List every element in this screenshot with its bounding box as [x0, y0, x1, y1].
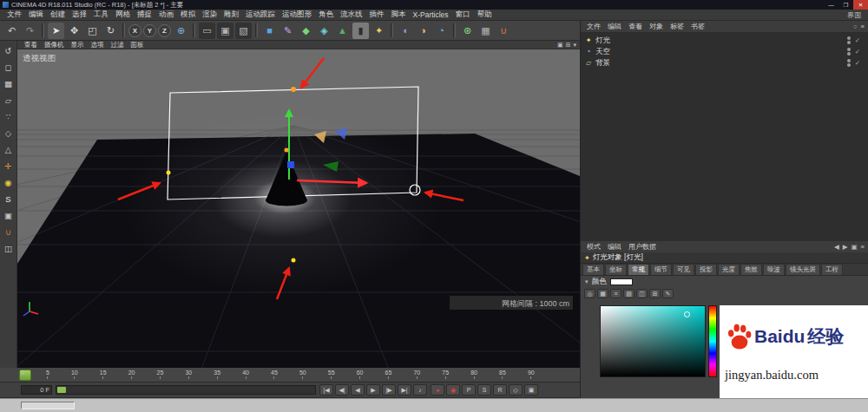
mograph-icon[interactable]: ⊛: [459, 23, 476, 39]
attribute-tab[interactable]: 可见: [673, 264, 694, 275]
attribute-tab[interactable]: 光度: [718, 264, 740, 275]
edges-mode-icon[interactable]: ◇: [2, 127, 16, 140]
attribute-tab[interactable]: 基本: [582, 264, 604, 275]
cone-apex-handle[interactable]: [285, 148, 289, 153]
timeline-tick[interactable]: 45: [271, 369, 278, 379]
object-manager-menu-item[interactable]: 标签: [667, 22, 687, 31]
undo-icon[interactable]: ↶: [3, 23, 20, 39]
attribute-tab[interactable]: 工程: [821, 264, 843, 275]
attribute-menu-item[interactable]: 用户数据: [625, 242, 660, 252]
scrubber-handle[interactable]: [57, 387, 66, 393]
rotate-tool-icon[interactable]: ↻: [102, 23, 119, 39]
menu-item[interactable]: 工具: [90, 10, 112, 20]
environment-icon[interactable]: ◑: [415, 23, 431, 39]
timeline-tick[interactable]: 0: [21, 369, 24, 379]
timeline-tick[interactable]: 5: [46, 369, 49, 379]
timeline-tick[interactable]: 35: [214, 369, 220, 379]
am-lock-icon[interactable]: ▣: [852, 243, 858, 251]
attribute-tab[interactable]: 投影: [695, 264, 717, 275]
om-layer-icon[interactable]: ≡: [861, 23, 865, 30]
play-sound-button[interactable]: ♪: [413, 384, 427, 396]
menu-item[interactable]: X-Particles: [410, 10, 452, 19]
attribute-tab[interactable]: 坐标: [605, 264, 627, 275]
floor-sky-icon[interactable]: ▲: [334, 23, 351, 39]
coordinate-system-icon[interactable]: ⊕: [173, 23, 189, 39]
falloff-handle[interactable]: [292, 258, 296, 263]
record-button[interactable]: ●: [431, 384, 444, 396]
timeline-tick[interactable]: 70: [413, 369, 420, 379]
magnet-snap-icon[interactable]: ∪: [2, 226, 16, 239]
visibility-dots[interactable]: [847, 48, 851, 56]
deformer-icon[interactable]: ◖: [397, 23, 413, 39]
frame-top-handle[interactable]: [291, 87, 296, 92]
timeline-tick[interactable]: 25: [157, 369, 164, 379]
color-cursor[interactable]: [684, 311, 690, 317]
menu-item[interactable]: 选择: [69, 10, 90, 20]
viewport[interactable]: 透视视图 网格间隔 : 1000 cm: [17, 49, 580, 368]
menu-item[interactable]: 流水线: [337, 10, 366, 20]
redo-icon[interactable]: ↷: [22, 23, 38, 39]
prev-frame-button[interactable]: ◀: [351, 384, 365, 396]
am-menu-icon[interactable]: ≡: [861, 243, 865, 251]
lock-z-axis-icon[interactable]: Z: [158, 24, 171, 37]
menu-item[interactable]: 捕捉: [134, 10, 155, 20]
timeline-tick[interactable]: 50: [299, 369, 306, 379]
attribute-tab[interactable]: 镜头光斑: [786, 264, 820, 275]
physical-sky-icon[interactable]: ◔: [433, 23, 450, 39]
record-parameter-button[interactable]: ◇: [509, 384, 523, 396]
lock-x-axis-icon[interactable]: X: [128, 24, 141, 37]
add-cube-icon[interactable]: ■: [261, 23, 278, 39]
render-picture-viewer-icon[interactable]: ▣: [217, 23, 233, 39]
attribute-tab[interactable]: 噪波: [763, 264, 785, 275]
interactive-render-region-icon[interactable]: ▦: [477, 23, 494, 39]
menu-item[interactable]: 模拟: [177, 10, 199, 20]
array-modifier-icon[interactable]: ◈: [316, 23, 332, 39]
menu-item[interactable]: 角色: [315, 10, 337, 20]
timeline-scrubber[interactable]: [56, 385, 316, 395]
scale-tool-icon[interactable]: ◰: [84, 23, 101, 39]
goto-start-button[interactable]: |◀: [319, 384, 333, 396]
model-mode-icon[interactable]: ◻: [2, 61, 16, 74]
workplane-snap-icon[interactable]: ▣: [2, 209, 16, 222]
record-rotation-button[interactable]: R: [493, 384, 507, 396]
color-swatches-icon[interactable]: ⊞: [649, 289, 661, 298]
close-button[interactable]: ✕: [853, 0, 868, 10]
viewport-menu-item[interactable]: 面板: [128, 41, 148, 49]
am-forward-icon[interactable]: ▶: [843, 243, 848, 251]
visibility-dots[interactable]: [847, 36, 851, 44]
object-manager-menu-item[interactable]: 文件: [583, 22, 604, 31]
menu-item[interactable]: 运动跟踪: [242, 10, 279, 20]
menu-item[interactable]: 网格: [112, 10, 134, 20]
interface-label[interactable]: 界面: [847, 10, 861, 20]
attribute-menu-item[interactable]: 编辑: [604, 242, 625, 252]
menu-item[interactable]: 帮助: [474, 10, 496, 20]
render-settings-icon[interactable]: ▧: [235, 23, 252, 39]
enable-axis-icon[interactable]: ✛: [2, 160, 16, 173]
object-row-sky[interactable]: ◔ 天空 ✓: [581, 46, 868, 57]
color-wheel-icon[interactable]: ◎: [584, 289, 595, 298]
color-spectrum-icon[interactable]: ▦: [597, 289, 608, 298]
object-row-background[interactable]: ▱ 背景 ✓: [581, 57, 868, 69]
enable-check-icon[interactable]: ✓: [855, 36, 860, 44]
live-selection-icon[interactable]: ➤: [48, 23, 64, 39]
menu-item[interactable]: 文件: [3, 10, 25, 20]
current-frame-field[interactable]: 0 F: [21, 385, 52, 395]
record-position-button[interactable]: P: [462, 384, 476, 396]
prev-key-button[interactable]: ◀|: [335, 384, 349, 396]
points-mode-icon[interactable]: ∵: [2, 110, 16, 123]
menu-item[interactable]: 插件: [366, 10, 388, 20]
lock-y-axis-icon[interactable]: Y: [143, 24, 156, 37]
render-view-icon[interactable]: ▭: [199, 23, 215, 39]
menu-item[interactable]: 渲染: [199, 10, 220, 20]
menu-item[interactable]: 运动图形: [279, 10, 315, 20]
object-manager-menu-item[interactable]: 对象: [646, 22, 667, 31]
object-manager-menu-item[interactable]: 查看: [625, 22, 646, 31]
viewport-menu-item[interactable]: 选项: [88, 41, 108, 49]
quantize-icon[interactable]: ◫: [2, 242, 16, 255]
viewport-split-icon[interactable]: ⊞: [566, 42, 571, 49]
z-axis-handle[interactable]: [287, 161, 294, 168]
frame-left-handle[interactable]: [167, 171, 171, 175]
object-row-light[interactable]: ✦ 灯光 ✓: [581, 35, 868, 46]
menu-item[interactable]: 编辑: [25, 10, 47, 20]
viewport-options-icon[interactable]: ▾: [573, 42, 576, 49]
